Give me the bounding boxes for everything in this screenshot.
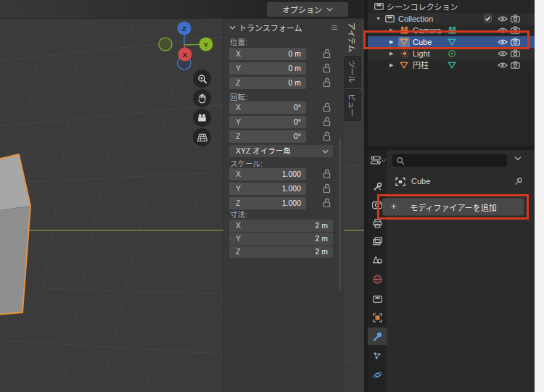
tab-item[interactable]: アイテム <box>344 20 361 54</box>
search-input[interactable] <box>392 154 507 167</box>
row-label: Collection <box>398 13 433 25</box>
camera-visibility-icon[interactable] <box>511 49 520 57</box>
checkbox-checked-icon[interactable] <box>484 14 492 22</box>
svg-text:Y: Y <box>204 41 209 49</box>
output-properties-tab[interactable] <box>368 214 387 232</box>
options-button[interactable]: オプション <box>267 2 348 17</box>
movie-camera-icon <box>197 114 207 122</box>
scale-z-field[interactable]: Z1.000 <box>229 197 306 209</box>
tab-tool[interactable]: ツール <box>344 56 361 88</box>
lock-icon[interactable] <box>323 78 332 88</box>
add-modifier-button[interactable]: + モディファイアーを追加 <box>382 198 524 216</box>
light-object-icon <box>400 49 409 58</box>
tool-properties-tab[interactable] <box>368 178 387 195</box>
scale-y-field[interactable]: Y1.000 <box>229 183 306 195</box>
lock-icon[interactable] <box>323 117 332 128</box>
rotation-x-field[interactable]: X0° <box>229 101 306 114</box>
camera-visibility-icon[interactable] <box>511 14 520 22</box>
perspective-toggle-button[interactable] <box>193 128 211 146</box>
row-label: 円柱 <box>413 59 429 71</box>
render-icon <box>372 201 382 209</box>
outliner-row-cube[interactable]: ▶ Cube <box>368 36 535 48</box>
location-z-field[interactable]: Z0 m <box>229 77 306 89</box>
row-label: Camera <box>413 25 441 36</box>
tool-icon <box>373 182 382 191</box>
pin-icon[interactable] <box>514 177 523 185</box>
dimensions-x-field[interactable]: X2 m <box>229 220 333 232</box>
rotation-z-field[interactable]: Z0° <box>229 130 306 143</box>
lock-icon[interactable] <box>323 183 332 194</box>
zoom-tool-button[interactable] <box>193 70 211 88</box>
camera-object-icon <box>400 26 410 34</box>
outliner-row-camera[interactable]: ▶ Camera <box>368 25 535 36</box>
eye-icon[interactable] <box>498 62 508 69</box>
eye-icon[interactable] <box>498 15 508 22</box>
cube-object[interactable] <box>0 154 30 314</box>
nav-gizmo[interactable]: Z Y X <box>155 16 213 74</box>
3d-viewport[interactable]: オプション Z Y X <box>0 0 364 392</box>
object-properties-tab[interactable] <box>368 309 387 326</box>
lock-icon[interactable] <box>323 131 332 142</box>
camera-visibility-icon[interactable] <box>511 38 520 46</box>
camera-visibility-icon[interactable] <box>511 26 520 34</box>
expand-icon[interactable]: ▶ <box>390 36 393 48</box>
dimensions-z-field[interactable]: Z2 m <box>229 246 333 258</box>
sidebar-panel: トランスフォーム 位置: X0 m Y0 m Z0 m 回転: X0° Y0° … <box>223 19 344 392</box>
outliner-row-light[interactable]: ▶ Light <box>368 48 535 59</box>
lock-icon[interactable] <box>323 49 332 59</box>
scale-x-field[interactable]: X1.000 <box>229 168 306 180</box>
eye-icon[interactable] <box>498 50 508 57</box>
dimensions-y-field[interactable]: Y2 m <box>229 233 333 245</box>
mesh-data-icon <box>448 62 456 69</box>
lock-icon[interactable] <box>323 198 332 209</box>
expand-icon[interactable]: ▶ <box>390 25 393 36</box>
modifier-properties-tab[interactable] <box>368 328 387 345</box>
collapse-icon[interactable]: ▼ <box>376 13 381 25</box>
row-label: Light <box>413 48 430 59</box>
gizmo-z-ball[interactable]: Z <box>178 22 191 36</box>
particle-properties-tab[interactable] <box>368 347 387 364</box>
camera-view-button[interactable] <box>193 109 211 127</box>
particles-icon <box>373 351 382 360</box>
collection-properties-tab[interactable] <box>368 290 387 307</box>
scene-collection-row[interactable]: シーンコレクション <box>368 1 535 12</box>
eye-icon[interactable] <box>498 27 508 34</box>
display-options-button[interactable] <box>514 156 522 161</box>
panel-menu-icon[interactable] <box>331 25 338 30</box>
editor-type-button[interactable] <box>371 156 381 164</box>
world-properties-tab[interactable] <box>368 270 387 288</box>
plus-icon: + <box>391 201 397 212</box>
expand-icon[interactable]: ▶ <box>390 48 393 59</box>
transform-panel-title: トランスフォーム <box>239 22 302 33</box>
pan-tool-button[interactable] <box>193 89 211 107</box>
location-y-field[interactable]: Y0 m <box>229 62 306 75</box>
lock-icon[interactable] <box>323 169 332 180</box>
gizmo-neg-y-ball[interactable] <box>159 38 172 51</box>
gizmo-y-ball[interactable]: Y <box>199 38 213 51</box>
mesh-object-icon <box>400 38 408 46</box>
lock-icon[interactable] <box>323 63 332 74</box>
scene-properties-tab[interactable] <box>368 251 387 268</box>
search-icon <box>396 157 405 165</box>
lock-icon[interactable] <box>323 102 332 113</box>
eye-icon[interactable] <box>498 38 508 46</box>
tab-view[interactable]: ビュー <box>344 89 361 121</box>
render-properties-tab[interactable] <box>368 196 387 214</box>
sidebar-scrollbar[interactable] <box>339 138 341 290</box>
viewlayer-properties-tab[interactable] <box>368 233 387 250</box>
outliner-row-collection[interactable]: ▼ Collection <box>368 13 535 25</box>
box-icon <box>373 295 382 303</box>
camera-visibility-icon[interactable] <box>511 61 520 69</box>
physics-properties-tab[interactable] <box>368 366 387 383</box>
collection-icon <box>385 14 395 22</box>
gizmo-x-ball[interactable]: X <box>178 48 192 62</box>
row-label: Cube <box>413 36 432 48</box>
properties-editor: Cube + モディファイアーを追加 <box>368 150 535 392</box>
rotation-y-field[interactable]: Y0° <box>229 116 306 128</box>
outliner-row-cylinder[interactable]: ▶ 円柱 <box>368 59 535 71</box>
rotation-mode-dropdown[interactable]: XYZ オイラー角 <box>229 145 333 157</box>
location-x-field[interactable]: X0 m <box>229 48 306 60</box>
expand-icon[interactable]: ▶ <box>390 59 393 71</box>
transform-panel-header[interactable]: トランスフォーム <box>224 21 344 33</box>
svg-text:Z: Z <box>182 25 186 33</box>
